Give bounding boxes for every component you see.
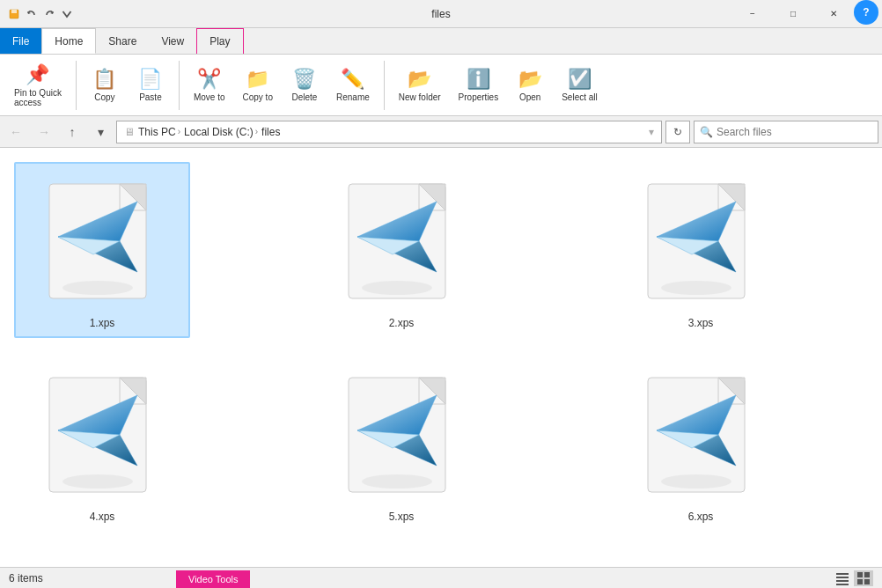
ribbon-tab-row: File Home Share View Play — [0, 28, 882, 55]
video-tools-tab[interactable]: Video Tools — [176, 570, 250, 588]
ribbon-separator-1 — [76, 61, 77, 110]
file-name-file6: 6.xps — [688, 511, 714, 523]
ribbon-btn-select[interactable]: ☑️ Select all — [555, 59, 605, 112]
pin-icon: 📌 — [26, 63, 49, 86]
files-grid: 1.xps2.xps3.xps4.xps5.xps6.xps — [14, 162, 868, 532]
nav-forward-button[interactable]: → — [32, 120, 56, 144]
nav-back-button[interactable]: ← — [4, 120, 28, 144]
svg-rect-38 — [836, 573, 849, 575]
copy-icon: 📋 — [92, 68, 116, 91]
file-icon-wrapper — [630, 364, 771, 505]
svg-rect-41 — [836, 584, 849, 585]
title-bar-icons — [0, 7, 81, 21]
ribbon-btn-properties[interactable]: ℹ️ Properties — [452, 59, 506, 112]
newfolder-icon: 📂 — [408, 68, 431, 91]
svg-point-21 — [62, 474, 133, 489]
nav-up-button[interactable]: ↑ — [60, 120, 85, 144]
file-item-file5[interactable]: 5.xps — [313, 356, 489, 532]
quick-access-undo[interactable] — [25, 7, 39, 21]
title-bar: Video Tools files − □ ✕ ? — [0, 0, 882, 28]
file-item-file3[interactable]: 3.xps — [613, 162, 789, 338]
svg-point-27 — [362, 474, 432, 489]
path-icon: 🖥 — [124, 126, 135, 138]
file-icon-wrapper — [630, 171, 771, 312]
ribbon-btn-delete[interactable]: 🗑️ Delete — [283, 59, 326, 112]
view-buttons — [833, 570, 873, 586]
nav-recent-dropdown[interactable]: ▾ — [88, 120, 113, 144]
status-bar: 6 items — [0, 567, 882, 588]
view-btn-largeicons[interactable] — [854, 570, 873, 586]
path-thispc[interactable]: This PC › — [138, 126, 180, 138]
properties-icon: ℹ️ — [467, 68, 490, 91]
search-icon: 🔍 — [700, 126, 713, 138]
delete-icon: 🗑️ — [292, 68, 316, 91]
search-input[interactable] — [717, 126, 872, 138]
search-box[interactable]: 🔍 — [694, 121, 878, 143]
file-item-file1[interactable]: 1.xps — [14, 162, 190, 338]
file-name-file5: 5.xps — [389, 511, 415, 523]
file-icon-wrapper — [32, 364, 173, 505]
svg-point-9 — [362, 281, 432, 295]
file-icon-wrapper — [32, 171, 173, 312]
ribbon-btn-rename[interactable]: ✏️ Rename — [329, 59, 377, 112]
tab-play[interactable]: Play — [196, 28, 243, 54]
svg-rect-44 — [857, 579, 863, 584]
path-current-folder[interactable]: files — [261, 126, 280, 138]
address-dropdown-arrow[interactable]: ▾ — [649, 126, 654, 138]
file-name-file3: 3.xps — [688, 317, 714, 329]
open-icon: 📂 — [518, 68, 542, 91]
quick-access-dropdown[interactable] — [60, 7, 74, 21]
ribbon-btn-paste[interactable]: 📄 Paste — [129, 59, 172, 112]
svg-point-15 — [661, 281, 731, 295]
minimize-button[interactable]: − — [732, 0, 773, 28]
address-bar: ← → ↑ ▾ 🖥 This PC › Local Disk (C:) › fi… — [0, 116, 882, 148]
window-controls: − □ ✕ ? — [732, 0, 882, 28]
ribbon-btn-copy[interactable]: 📋 Copy — [84, 59, 126, 112]
main-content: 1.xps2.xps3.xps4.xps5.xps6.xps — [0, 148, 882, 567]
ribbon-btn-newfolder[interactable]: 📂 New folder — [392, 59, 448, 112]
tab-share[interactable]: Share — [96, 28, 149, 54]
view-btn-list[interactable] — [833, 570, 852, 586]
file-item-file2[interactable]: 2.xps — [313, 162, 489, 338]
file-icon-wrapper — [331, 171, 472, 312]
svg-point-33 — [661, 474, 731, 489]
ribbon-content: 📌 Pin to Quickaccess 📋 Copy 📄 Paste ✂️ M… — [0, 55, 882, 116]
svg-rect-39 — [836, 577, 849, 578]
ribbon-btn-pin[interactable]: 📌 Pin to Quickaccess — [7, 59, 69, 112]
file-item-file6[interactable]: 6.xps — [613, 356, 789, 532]
close-button[interactable]: ✕ — [813, 0, 854, 28]
refresh-button[interactable]: ↻ — [665, 121, 690, 143]
maximize-button[interactable]: □ — [773, 0, 813, 28]
svg-rect-40 — [836, 580, 849, 582]
svg-rect-45 — [864, 579, 870, 584]
ribbon-separator-3 — [384, 61, 385, 110]
svg-point-3 — [62, 281, 133, 295]
quick-access-save[interactable] — [7, 7, 21, 21]
tab-file[interactable]: File — [0, 28, 41, 54]
select-icon: ☑️ — [568, 68, 592, 91]
window-title: files — [431, 8, 450, 20]
file-name-file1: 1.xps — [90, 317, 115, 329]
tab-home[interactable]: Home — [41, 28, 96, 54]
status-count: 6 items — [9, 572, 43, 584]
paste-icon: 📄 — [138, 68, 162, 91]
tab-view[interactable]: View — [149, 28, 196, 54]
quick-access-redo[interactable] — [42, 7, 56, 21]
file-name-file2: 2.xps — [389, 317, 415, 329]
help-button[interactable]: ? — [854, 0, 878, 25]
svg-rect-42 — [857, 572, 863, 577]
rename-icon: ✏️ — [341, 68, 364, 91]
svg-rect-1 — [11, 10, 17, 13]
file-item-file4[interactable]: 4.xps — [14, 356, 190, 532]
file-name-file4: 4.xps — [90, 511, 115, 523]
file-icon-wrapper — [331, 364, 472, 505]
ribbon-btn-open[interactable]: 📂 Open — [509, 59, 551, 112]
svg-rect-43 — [864, 572, 870, 577]
